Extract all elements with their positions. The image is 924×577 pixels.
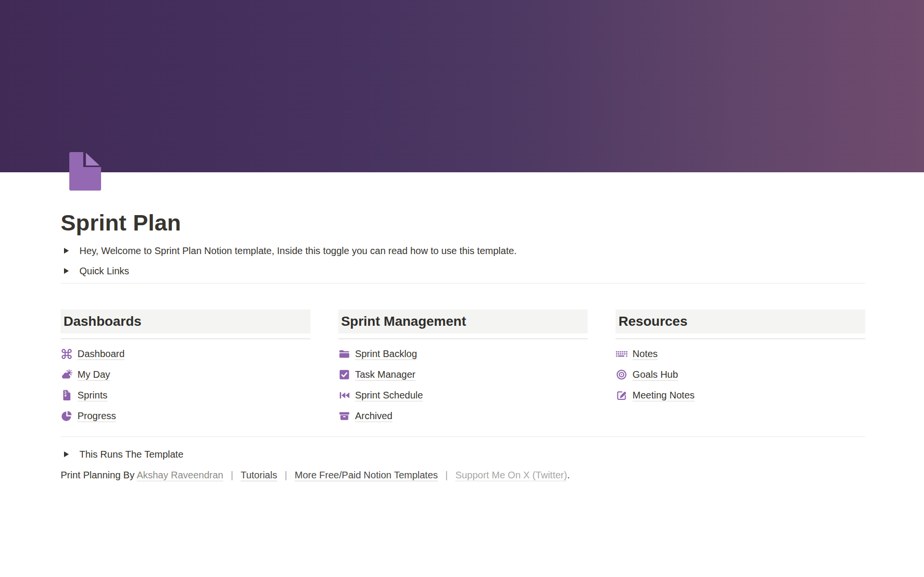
page-link-label: Sprints [77, 390, 107, 401]
page-link-progress[interactable]: Progress [61, 410, 310, 422]
page-link-label: Dashboard [77, 348, 125, 359]
folder-icon [338, 348, 350, 360]
sun-cloud-icon [61, 369, 73, 381]
checkbox-icon [338, 369, 350, 381]
column-dashboards: Dashboards Dashboard [61, 309, 310, 422]
page-title[interactable]: Sprint Plan [61, 172, 865, 237]
columns-section: Dashboards Dashboard [61, 309, 865, 422]
column-divider [61, 338, 310, 339]
column-header: Sprint Management [338, 309, 588, 333]
page-link-archived[interactable]: Archived [338, 410, 588, 422]
toggle-runs-template[interactable]: This Runs The Template [61, 444, 865, 464]
compose-icon [616, 389, 628, 401]
page-link-notes[interactable]: Notes [616, 348, 865, 360]
credits-link-templates[interactable]: More Free/Paid Notion Templates [295, 470, 438, 480]
credits-separator: | [284, 470, 287, 480]
toggle-welcome-label: Hey, Welcome to Sprint Plan Notion templ… [79, 245, 517, 256]
page-link-label: Notes [632, 348, 657, 359]
toggle-runs-template-label: This Runs The Template [79, 449, 183, 460]
page-link-sprint-schedule[interactable]: Sprint Schedule [338, 389, 588, 401]
column-header: Dashboards [61, 309, 310, 333]
credits-link-tutorials[interactable]: Tutorials [241, 470, 277, 480]
page-link-label: Meeting Notes [632, 390, 694, 401]
credits-suffix: . [567, 470, 570, 480]
page-link-label: Sprint Backlog [355, 348, 417, 359]
command-icon [61, 348, 73, 360]
column-resources: Resources Notes [616, 309, 865, 422]
page-link-label: Sprint Schedule [355, 390, 423, 401]
target-icon [616, 369, 628, 381]
archive-icon [338, 410, 350, 422]
credits-link-author[interactable]: Akshay Raveendran [137, 470, 223, 480]
page-icon[interactable] [69, 152, 101, 191]
page-link-sprints[interactable]: Sprints [61, 389, 310, 401]
toggle-welcome[interactable]: Hey, Welcome to Sprint Plan Notion templ… [61, 241, 865, 261]
page-link-task-manager[interactable]: Task Manager [338, 369, 588, 381]
page-link-goals-hub[interactable]: Goals Hub [616, 369, 865, 381]
column-sprint-management: Sprint Management Sprint Backlog [338, 309, 588, 422]
toggle-quick-links-label: Quick Links [79, 266, 129, 277]
credits-separator: | [445, 470, 448, 480]
document-icon [69, 152, 101, 191]
credits-prefix: Print Planning By [61, 470, 134, 480]
credits-separator: | [231, 470, 233, 480]
pie-chart-icon [61, 410, 73, 422]
page-link-label: Progress [77, 410, 116, 422]
page-link-label: Goals Hub [632, 369, 678, 380]
zip-document-icon [61, 389, 73, 401]
column-divider [338, 338, 588, 339]
page-content: Sprint Plan Hey, Welcome to Sprint Plan … [61, 172, 865, 482]
rewind-icon [338, 389, 350, 401]
keyboard-icon [616, 348, 628, 360]
page-link-my-day[interactable]: My Day [61, 369, 310, 381]
page-link-label: Archived [355, 410, 393, 422]
page-link-meeting-notes[interactable]: Meeting Notes [616, 389, 865, 401]
page-link-label: Task Manager [355, 369, 416, 380]
toggle-arrow-icon [64, 451, 69, 457]
page-cover [0, 0, 924, 172]
column-header: Resources [616, 309, 865, 333]
credits-line: Print Planning By Akshay Raveendran | Tu… [61, 468, 865, 482]
toggle-arrow-icon [64, 248, 69, 254]
toggle-quick-links[interactable]: Quick Links [61, 261, 865, 281]
page-link-dashboard[interactable]: Dashboard [61, 348, 310, 360]
toggle-arrow-icon [64, 268, 69, 274]
divider [61, 283, 865, 283]
page-link-sprint-backlog[interactable]: Sprint Backlog [338, 348, 588, 360]
page-link-label: My Day [77, 369, 110, 380]
credits-link-twitter[interactable]: Support Me On X (Twitter) [455, 470, 567, 480]
divider [61, 436, 865, 437]
column-divider [616, 338, 865, 339]
